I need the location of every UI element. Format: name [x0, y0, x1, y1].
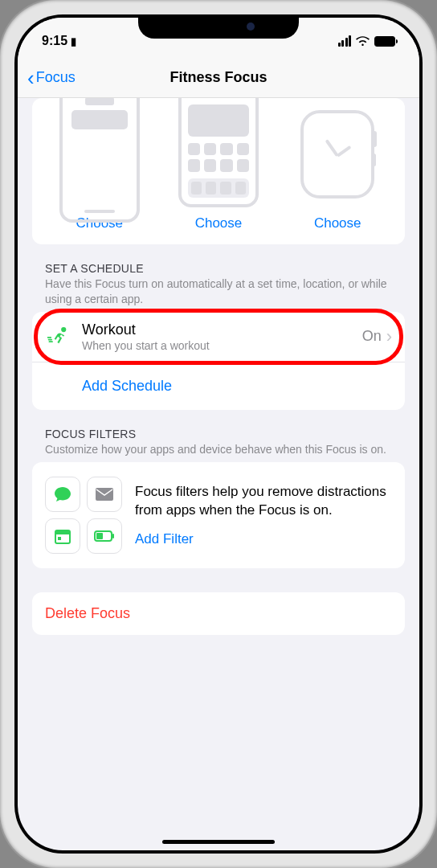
svg-rect-4 [58, 537, 61, 540]
battery-icon [374, 36, 395, 47]
svg-rect-6 [96, 533, 103, 539]
schedule-section-header: SET A SCHEDULE Have this Focus turn on a… [32, 244, 405, 312]
schedule-card: Workout When you start a workout On › Ad… [32, 312, 405, 410]
svg-rect-3 [55, 530, 70, 534]
status-time: 9:15 [42, 34, 67, 48]
phone-bezel: 9:15 ▮ ‹ Focus Fitness Focus [14, 14, 423, 854]
mail-icon [87, 477, 122, 512]
workout-schedule-row[interactable]: Workout When you start a workout On › [32, 312, 405, 362]
phone-frame: 9:15 ▮ ‹ Focus Fitness Focus [0, 0, 437, 868]
workout-title: Workout [82, 321, 362, 338]
chevron-left-icon: ‹ [27, 68, 35, 88]
cellular-icon [338, 35, 352, 47]
status-indicator-icon: ▮ [71, 35, 76, 47]
watch-skeleton-icon [300, 110, 374, 199]
back-label: Focus [36, 69, 76, 86]
lock-screen-preview[interactable]: Choose [43, 98, 156, 231]
choose-watch-link[interactable]: Choose [314, 215, 361, 231]
calendar-icon [45, 518, 80, 554]
schedule-desc: Have this Focus turn on automatically at… [45, 276, 392, 307]
nav-bar: ‹ Focus Fitness Focus [18, 58, 419, 98]
home-screen-skeleton-icon [178, 98, 259, 207]
add-filter-link[interactable]: Add Filter [135, 531, 392, 547]
filters-body: Focus filters help you remove distractio… [135, 483, 392, 520]
home-indicator[interactable] [162, 840, 275, 844]
filters-desc: Customize how your apps and device behav… [45, 442, 392, 457]
screen: 9:15 ▮ ‹ Focus Fitness Focus [18, 18, 419, 850]
filters-title: FOCUS FILTERS [45, 428, 392, 440]
messages-icon [45, 477, 80, 512]
chevron-right-icon: › [386, 326, 392, 347]
add-schedule-label: Add Schedule [82, 378, 172, 395]
workout-icon [45, 323, 72, 350]
delete-focus-card: Delete Focus [32, 592, 405, 635]
delete-focus-button[interactable]: Delete Focus [32, 592, 405, 635]
wifi-icon [356, 36, 370, 47]
page-title: Fitness Focus [18, 69, 419, 86]
filters-section-header: FOCUS FILTERS Customize how your apps an… [32, 410, 405, 462]
svg-point-0 [61, 327, 66, 332]
back-button[interactable]: ‹ Focus [27, 68, 76, 88]
workout-subtitle: When you start a workout [82, 339, 362, 352]
lock-screen-skeleton-icon [59, 98, 140, 223]
add-schedule-row[interactable]: Add Schedule [32, 362, 405, 410]
choose-home-screen-link[interactable]: Choose [195, 215, 243, 231]
low-power-icon [87, 518, 122, 554]
home-screen-preview[interactable]: Choose [162, 98, 275, 231]
filter-icons-grid [45, 477, 122, 554]
filters-card: Focus filters help you remove distractio… [32, 462, 405, 568]
content: Choose Choose [18, 98, 419, 850]
schedule-title: SET A SCHEDULE [45, 262, 392, 275]
screens-preview-card: Choose Choose [32, 98, 405, 244]
notch [138, 14, 299, 39]
svg-rect-1 [96, 488, 113, 501]
svg-rect-7 [112, 534, 114, 538]
workout-value: On [362, 328, 382, 345]
watch-preview[interactable]: Choose [281, 98, 394, 231]
